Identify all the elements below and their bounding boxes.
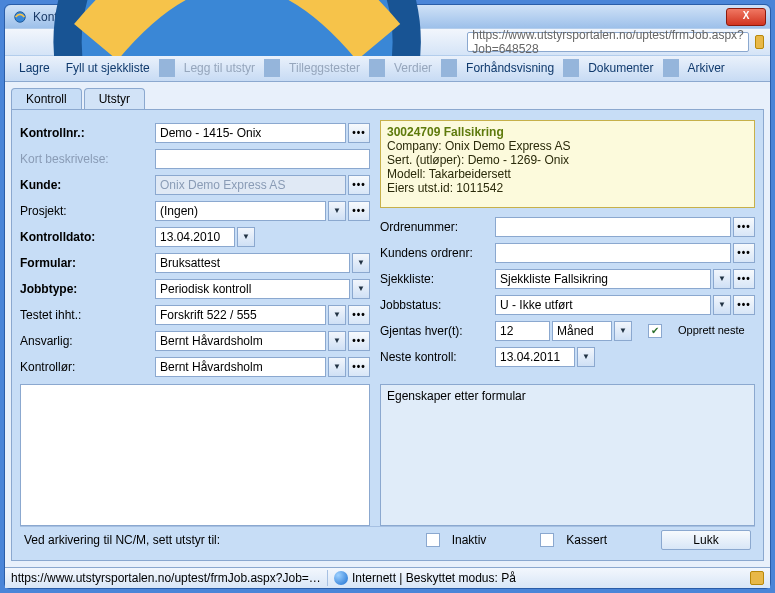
nestekontroll-calendar[interactable]: ▼ <box>577 347 595 367</box>
kontrolldato-field[interactable]: 13.04.2010 <box>155 227 235 247</box>
lock-icon <box>755 35 764 49</box>
label-kontrolldato: Kontrolldato: <box>20 230 155 244</box>
label-kort: Kort beskrivelse: <box>20 152 155 166</box>
label-nestekontroll: Neste kontroll: <box>380 350 495 364</box>
label-archive: Ved arkivering til NC/M, sett utstyr til… <box>24 533 220 547</box>
label-testet: Testet ihht.: <box>20 308 155 322</box>
kontrollor-select[interactable]: Bernt Håvardsholm <box>155 357 326 377</box>
info-modell: Modell: Takarbeidersett <box>387 167 748 181</box>
kundensordre-lookup[interactable]: ••• <box>733 243 755 263</box>
tab-utstyr[interactable]: Utstyr <box>84 88 145 110</box>
label-jobbtype: Jobbtype: <box>20 282 155 296</box>
ansvarlig-select[interactable]: Bernt Håvardsholm <box>155 331 326 351</box>
kontrollnr-lookup[interactable]: ••• <box>348 123 370 143</box>
gjentas-unit-select[interactable]: Måned <box>552 321 612 341</box>
status-mode: Internett | Beskyttet modus: På <box>352 571 516 585</box>
menu-verdier: Verdier <box>386 61 440 75</box>
url-field[interactable]: https://www.utstyrsportalen.no/uptest/fr… <box>467 32 748 52</box>
jobbstatus-dropdown[interactable]: ▼ <box>713 295 731 315</box>
globe-icon <box>334 571 348 585</box>
menu-bar: Lagre Fyll ut sjekkliste Legg til utstyr… <box>5 56 770 81</box>
tab-kontroll[interactable]: Kontroll <box>11 88 82 110</box>
kontrolldato-calendar[interactable]: ▼ <box>237 227 255 247</box>
kunde-lookup[interactable]: ••• <box>348 175 370 195</box>
footer-bar: Ved arkivering til NC/M, sett utstyr til… <box>20 526 755 554</box>
label-opprett-neste: Opprett neste <box>678 325 745 336</box>
properties-header: Egenskaper etter formular <box>387 389 526 403</box>
label-kundensordre: Kundens ordrenr: <box>380 246 495 260</box>
ordrenummer-lookup[interactable]: ••• <box>733 217 755 237</box>
label-ansvarlig: Ansvarlig: <box>20 334 155 348</box>
formular-dropdown[interactable]: ▼ <box>352 253 370 273</box>
menu-dokumenter[interactable]: Dokumenter <box>580 61 661 75</box>
menu-fyllut[interactable]: Fyll ut sjekkliste <box>58 61 158 75</box>
prosjekt-lookup[interactable]: ••• <box>348 201 370 221</box>
kundensordre-input[interactable] <box>495 243 731 263</box>
kontrollor-dropdown[interactable]: ▼ <box>328 357 346 377</box>
properties-panel: Egenskaper etter formular <box>380 384 755 526</box>
jobbtype-dropdown[interactable]: ▼ <box>352 279 370 299</box>
status-path: https://www.utstyrsportalen.no/uptest/fr… <box>11 571 321 585</box>
opprett-neste-checkbox[interactable]: ✔ <box>648 324 662 338</box>
sjekkliste-dropdown[interactable]: ▼ <box>713 269 731 289</box>
jobbstatus-select[interactable]: U - Ikke utført <box>495 295 711 315</box>
menu-tillegg: Tilleggstester <box>281 61 368 75</box>
ordrenummer-input[interactable] <box>495 217 731 237</box>
info-company: Company: Onix Demo Express AS <box>387 139 748 153</box>
info-eiers: Eiers utst.id: 1011542 <box>387 181 748 195</box>
jobbstatus-lookup[interactable]: ••• <box>733 295 755 315</box>
status-bar: https://www.utstyrsportalen.no/uptest/fr… <box>5 567 770 588</box>
prosjekt-select[interactable]: (Ingen) <box>155 201 326 221</box>
label-kontrollnr: Kontrollnr.: <box>20 126 155 140</box>
testet-lookup[interactable]: ••• <box>348 305 370 325</box>
label-kassert: Kassert <box>566 533 607 547</box>
menu-arkiver[interactable]: Arkiver <box>680 61 733 75</box>
lukk-button[interactable]: Lukk <box>661 530 751 550</box>
inaktiv-checkbox[interactable] <box>426 533 440 547</box>
testet-select[interactable]: Forskrift 522 / 555 <box>155 305 326 325</box>
status-lock-icon <box>750 571 764 585</box>
kontrollnr-field[interactable]: Demo - 1415- Onix <box>155 123 346 143</box>
info-title: 30024709 Fallsikring <box>387 125 748 139</box>
address-bar: https://www.utstyrsportalen.no/uptest/fr… <box>5 28 770 56</box>
gjentas-unit-dropdown[interactable]: ▼ <box>614 321 632 341</box>
menu-lagre[interactable]: Lagre <box>11 61 58 75</box>
label-formular: Formular: <box>20 256 155 270</box>
label-ordrenummer: Ordrenummer: <box>380 220 495 234</box>
info-panel: 30024709 Fallsikring Company: Onix Demo … <box>380 120 755 208</box>
sjekkliste-select[interactable]: Sjekkliste Fallsikring <box>495 269 711 289</box>
testet-dropdown[interactable]: ▼ <box>328 305 346 325</box>
menu-leggtil: Legg til utstyr <box>176 61 263 75</box>
label-kontrollor: Kontrollør: <box>20 360 155 374</box>
ansvarlig-dropdown[interactable]: ▼ <box>328 331 346 351</box>
label-jobbstatus: Jobbstatus: <box>380 298 495 312</box>
label-prosjekt: Prosjekt: <box>20 204 155 218</box>
label-kunde: Kunde: <box>20 178 155 192</box>
window-close-button[interactable]: X <box>726 8 766 26</box>
url-text: https://www.utstyrsportalen.no/uptest/fr… <box>472 28 743 56</box>
sjekkliste-lookup[interactable]: ••• <box>733 269 755 289</box>
label-sjekkliste: Sjekkliste: <box>380 272 495 286</box>
kunde-field: Onix Demo Express AS <box>155 175 346 195</box>
ansvarlig-lookup[interactable]: ••• <box>348 331 370 351</box>
tab-strip: Kontroll Utstyr <box>11 88 764 110</box>
kontrollor-lookup[interactable]: ••• <box>348 357 370 377</box>
nestekontroll-field[interactable]: 13.04.2011 <box>495 347 575 367</box>
label-gjentas: Gjentas hver(t): <box>380 324 495 338</box>
kassert-checkbox[interactable] <box>540 533 554 547</box>
notes-textarea[interactable] <box>20 384 370 526</box>
menu-forhand[interactable]: Forhåndsvisning <box>458 61 562 75</box>
info-sert: Sert. (utløper): Demo - 1269- Onix <box>387 153 748 167</box>
label-inaktiv: Inaktiv <box>452 533 487 547</box>
kort-input[interactable] <box>155 149 370 169</box>
prosjekt-dropdown[interactable]: ▼ <box>328 201 346 221</box>
gjentas-num-input[interactable] <box>495 321 550 341</box>
formular-select[interactable]: Bruksattest <box>155 253 350 273</box>
jobbtype-select[interactable]: Periodisk kontroll <box>155 279 350 299</box>
